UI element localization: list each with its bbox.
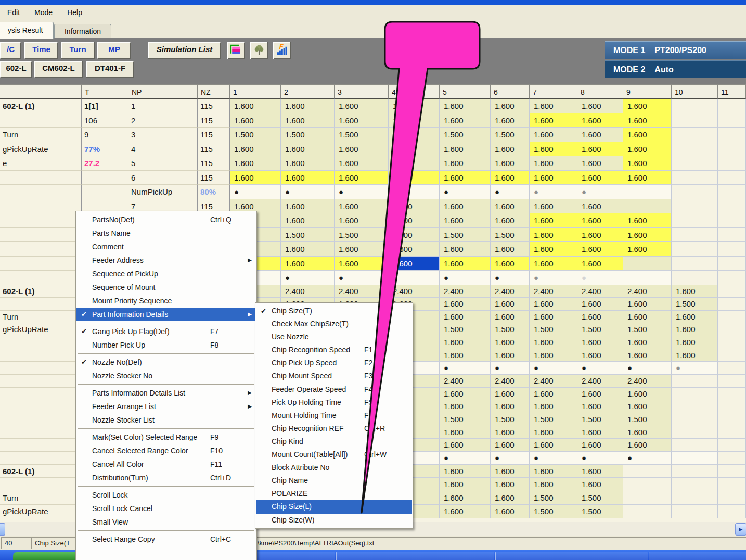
table-cell[interactable]: 1.600 <box>577 336 623 349</box>
table-cell[interactable]: 1.600 <box>577 439 623 452</box>
table-cell[interactable]: 1.600 <box>389 99 440 113</box>
table-cell[interactable]: 1.600 <box>491 388 530 401</box>
table-cell[interactable] <box>672 478 718 491</box>
column-header[interactable]: T <box>82 84 128 99</box>
table-cell[interactable]: 1.600 <box>281 257 335 271</box>
table-cell[interactable]: 1.600 <box>281 99 335 113</box>
menu-item-nozzle-no-def[interactable]: ✔Nozzle No(Def) <box>76 355 256 369</box>
table-cell[interactable]: 1.600 <box>577 113 623 128</box>
table-cell[interactable] <box>718 388 746 401</box>
table-cell[interactable]: 1.600 <box>577 465 623 478</box>
table-cell[interactable]: 1.500 <box>577 323 623 336</box>
table-cell[interactable]: 1.600 <box>389 142 440 157</box>
table-cell[interactable] <box>718 271 746 285</box>
table-cell[interactable]: 1.600 <box>440 336 491 349</box>
table-cell[interactable] <box>623 478 672 491</box>
pickup-dot[interactable]: ● <box>440 452 491 465</box>
table-cell[interactable] <box>672 99 718 113</box>
table-cell[interactable]: 1.600 <box>623 298 672 311</box>
table-cell[interactable]: 1.500 <box>491 323 530 336</box>
table-cell[interactable]: 1.500 <box>672 298 718 311</box>
table-cell[interactable]: 1.600 <box>281 242 335 257</box>
menu-item-chip-mount-speed[interactable]: Chip Mount SpeedF3 <box>256 370 412 383</box>
table-cell[interactable]: 1.600 <box>530 400 577 413</box>
table-cell[interactable] <box>718 242 746 257</box>
table-cell[interactable]: 1.600 <box>623 311 672 324</box>
table-cell[interactable]: 1.600 <box>577 400 623 413</box>
menu-item-mount-priority-sequence[interactable]: Mount Priority Sequence <box>76 294 256 308</box>
menu-item-sequence-of-mount[interactable]: Sequence of Mount <box>76 281 256 294</box>
table-cell[interactable]: 1.600 <box>440 505 491 518</box>
table-cell[interactable]: 1.500 <box>530 413 577 426</box>
table-cell[interactable] <box>718 413 746 426</box>
table-cell[interactable]: 2.400 <box>335 285 389 298</box>
table-cell[interactable]: 1.600 <box>530 113 577 128</box>
table-cell[interactable] <box>718 465 746 478</box>
table-cell[interactable] <box>672 257 718 271</box>
menu-item-distribution-turn[interactable]: Distribution(Turn)Ctrl+D <box>76 471 256 485</box>
table-cell[interactable]: 1.600 <box>491 156 530 171</box>
table-cell[interactable]: 1.500 <box>530 491 577 505</box>
pickup-dot[interactable]: ● <box>440 362 491 375</box>
table-cell[interactable] <box>672 505 718 518</box>
table-cell[interactable]: 1.500 <box>577 491 623 505</box>
table-cell[interactable]: 1.500 <box>491 413 530 426</box>
pickup-dot[interactable]: ● <box>623 362 672 375</box>
table-cell[interactable]: 1.600 <box>577 171 623 185</box>
table-cell[interactable] <box>672 185 718 199</box>
pickup-dot[interactable]: ● <box>577 362 623 375</box>
table-cell[interactable]: 2.400 <box>623 375 672 388</box>
table-cell[interactable]: 1.500 <box>335 128 389 142</box>
table-cell[interactable] <box>718 323 746 336</box>
pickup-dot[interactable]: ● <box>530 271 577 285</box>
tab-analysis-result[interactable]: ysis Result <box>0 22 54 39</box>
table-cell[interactable]: 1.600 <box>440 113 491 128</box>
pickup-dot[interactable]: ● <box>335 185 389 199</box>
menu-item-number-pick-up[interactable]: Number Pick UpF8 <box>76 338 256 352</box>
menu-item-feeder-address[interactable]: Feeder Address▶ <box>76 253 256 267</box>
menu-item-mount-holding-time[interactable]: Mount Holding TimeF6 <box>256 409 412 422</box>
pickup-dot[interactable]: ● <box>491 271 530 285</box>
table-cell[interactable]: 1.600 <box>577 257 623 271</box>
table-cell[interactable] <box>718 298 746 311</box>
table-cell[interactable]: 1.600 <box>230 171 281 185</box>
table-cell[interactable]: 1.600 <box>577 128 623 142</box>
table-cell[interactable]: 1.600 <box>491 336 530 349</box>
menu-item-feeder-arrange-list[interactable]: Feeder Arrange List▶ <box>76 400 256 413</box>
table-cell[interactable] <box>718 199 746 214</box>
table-cell[interactable]: 1.600 <box>440 400 491 413</box>
table-cell[interactable]: 2.400 <box>440 375 491 388</box>
taskbar-button[interactable] <box>649 552 746 560</box>
column-header[interactable]: 11 <box>718 84 746 99</box>
table-cell[interactable] <box>672 271 718 285</box>
menu-item-block-attribute-no[interactable]: Block Attribute No <box>256 461 412 474</box>
table-cell[interactable]: 2.400 <box>530 375 577 388</box>
pickup-dot[interactable]: ● <box>389 271 440 285</box>
table-cell[interactable]: 1.600 <box>623 99 672 113</box>
table-cell[interactable]: 1.600 <box>623 242 672 257</box>
table-cell[interactable]: 2.400 <box>577 285 623 298</box>
column-header[interactable]: 7 <box>530 84 577 99</box>
table-cell[interactable]: 1.600 <box>491 439 530 452</box>
table-cell[interactable]: 1.600 <box>281 142 335 157</box>
column-header[interactable]: NZ <box>198 84 230 99</box>
table-cell[interactable]: 1.600 <box>491 242 530 257</box>
table-cell[interactable]: 1.600 <box>440 491 491 505</box>
table-cell[interactable]: 1.600 <box>530 478 577 491</box>
table-cell[interactable]: 1.600 <box>335 199 389 214</box>
table-cell[interactable]: 1.600 <box>491 505 530 518</box>
table-cell[interactable]: 1.600 <box>577 242 623 257</box>
table-cell[interactable] <box>718 375 746 388</box>
table-cell[interactable]: 1.600 <box>530 228 577 243</box>
column-header[interactable] <box>0 84 82 99</box>
table-cell[interactable]: 1.600 <box>440 388 491 401</box>
table-cell[interactable]: 1.600 <box>577 199 623 214</box>
column-header[interactable]: NP <box>128 84 198 99</box>
pickup-dot[interactable]: ● <box>440 185 491 199</box>
table-cell[interactable]: 1.600 <box>335 156 389 171</box>
menu-item-chip-size-l[interactable]: Chip Size(L) <box>256 500 412 513</box>
table-cell[interactable]: 1.600 <box>491 213 530 228</box>
table-cell[interactable]: 1.500 <box>491 228 530 243</box>
table-cell[interactable] <box>718 228 746 243</box>
table-cell[interactable] <box>718 349 746 362</box>
